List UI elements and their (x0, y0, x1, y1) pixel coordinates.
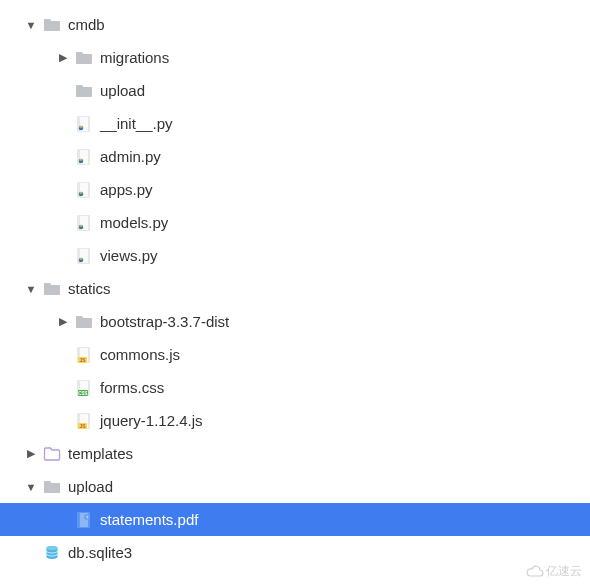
tree-item-label: models.py (100, 214, 168, 231)
tree-item-upload[interactable]: ▼upload (0, 470, 590, 503)
js-icon: JS (74, 345, 94, 365)
svg-point-23 (47, 546, 58, 550)
python-icon (74, 180, 94, 200)
tree-item-views-py[interactable]: ▶views.py (0, 239, 590, 272)
tree-item-forms-css[interactable]: ▶CSSforms.css (0, 371, 590, 404)
tree-item-statics[interactable]: ▼statics (0, 272, 590, 305)
tree-item-jquery-js[interactable]: ▶JSjquery-1.12.4.js (0, 404, 590, 437)
tree-item-upload-cmdb[interactable]: ▶upload (0, 74, 590, 107)
tree-item-label: __init__.py (100, 115, 173, 132)
tree-item-label: statements.pdf (100, 511, 198, 528)
chevron-down-icon[interactable]: ▼ (22, 481, 40, 493)
tree-item-init-py[interactable]: ▶__init__.py (0, 107, 590, 140)
folder-icon (42, 477, 62, 497)
folder-outline-icon (42, 444, 62, 464)
tree-item-label: migrations (100, 49, 169, 66)
folder-icon (74, 312, 94, 332)
tree-item-label: cmdb (68, 16, 105, 33)
chevron-down-icon[interactable]: ▼ (22, 19, 40, 31)
js-icon: JS (74, 411, 94, 431)
svg-text:JS: JS (79, 356, 86, 362)
folder-icon (74, 48, 94, 68)
tree-item-statements[interactable]: ▶?statements.pdf (0, 503, 590, 536)
tree-item-templates[interactable]: ▶templates (0, 437, 590, 470)
file-tree: ▼cmdb▶migrations▶upload▶__init__.py▶admi… (0, 0, 590, 569)
tree-item-label: upload (100, 82, 145, 99)
tree-item-label: db.sqlite3 (68, 544, 132, 561)
python-icon (74, 147, 94, 167)
tree-item-label: commons.js (100, 346, 180, 363)
tree-item-migrations[interactable]: ▶migrations (0, 41, 590, 74)
svg-text:CSS: CSS (78, 390, 87, 395)
tree-item-apps-py[interactable]: ▶apps.py (0, 173, 590, 206)
chevron-down-icon[interactable]: ▼ (22, 283, 40, 295)
chevron-right-icon[interactable]: ▶ (54, 315, 72, 328)
tree-item-admin-py[interactable]: ▶admin.py (0, 140, 590, 173)
tree-item-label: statics (68, 280, 111, 297)
pdf-icon: ? (74, 510, 94, 530)
tree-item-commons-js[interactable]: ▶JScommons.js (0, 338, 590, 371)
tree-item-db-sqlite3[interactable]: ▶db.sqlite3 (0, 536, 590, 569)
python-icon (74, 114, 94, 134)
tree-item-label: forms.css (100, 379, 164, 396)
tree-item-label: jquery-1.12.4.js (100, 412, 203, 429)
chevron-right-icon[interactable]: ▶ (22, 447, 40, 460)
tree-item-label: admin.py (100, 148, 161, 165)
python-icon (74, 246, 94, 266)
tree-item-label: templates (68, 445, 133, 462)
tree-item-label: bootstrap-3.3.7-dist (100, 313, 229, 330)
tree-item-label: upload (68, 478, 113, 495)
folder-icon (42, 279, 62, 299)
chevron-right-icon[interactable]: ▶ (54, 51, 72, 64)
tree-item-models-py[interactable]: ▶models.py (0, 206, 590, 239)
svg-text:JS: JS (79, 422, 86, 428)
css-icon: CSS (74, 378, 94, 398)
database-icon (42, 543, 62, 563)
tree-item-label: views.py (100, 247, 158, 264)
python-icon (74, 213, 94, 233)
tree-item-bootstrap[interactable]: ▶bootstrap-3.3.7-dist (0, 305, 590, 338)
tree-item-label: apps.py (100, 181, 153, 198)
folder-icon (42, 15, 62, 35)
folder-icon (74, 81, 94, 101)
tree-item-cmdb[interactable]: ▼cmdb (0, 8, 590, 41)
